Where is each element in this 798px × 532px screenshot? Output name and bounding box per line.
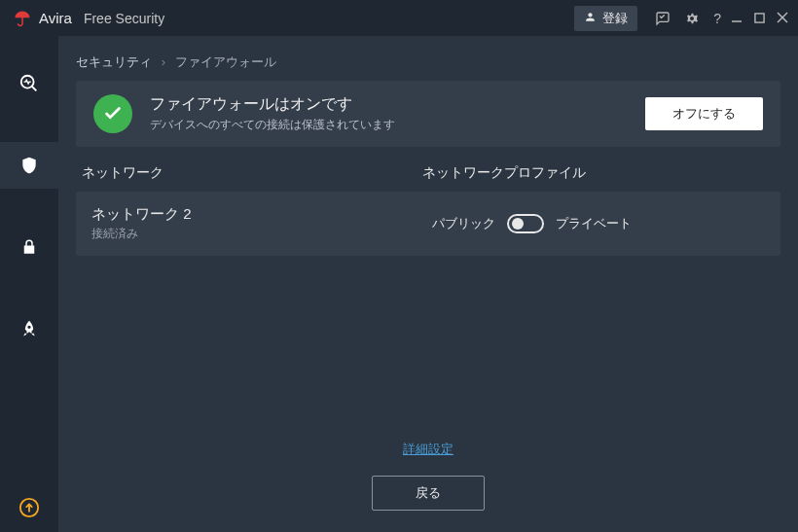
toggle-knob: [512, 218, 524, 230]
status-panel: ファイアウォールはオンです デバイスへのすべての接続は保護されています オフにす…: [76, 81, 780, 147]
titlebar-icons: ?: [655, 11, 721, 26]
svg-line-5: [32, 87, 37, 91]
turn-off-button[interactable]: オフにする: [645, 97, 763, 130]
sidebar-item-status[interactable]: [0, 60, 58, 107]
network-row: ネットワーク 2 接続済み パブリック プライベート: [76, 192, 780, 256]
sidebar-item-privacy[interactable]: [0, 224, 58, 270]
status-ok-icon: [93, 94, 132, 133]
titlebar: Avira Free Security 登録 ?: [0, 0, 798, 36]
feedback-icon[interactable]: [655, 11, 671, 26]
signin-label: 登録: [602, 10, 628, 27]
sidebar-item-upgrade[interactable]: [0, 497, 58, 518]
signin-button[interactable]: 登録: [574, 6, 637, 31]
magnifier-pulse-icon: [18, 73, 40, 94]
network-name: ネットワーク 2: [91, 205, 432, 224]
brand-area: Avira Free Security: [14, 10, 164, 27]
footer: 詳細設定 戻る: [76, 441, 780, 518]
column-network-header: ネットワーク: [82, 164, 422, 182]
window-controls: [731, 11, 788, 26]
upgrade-icon: [18, 497, 40, 518]
chevron-right-icon: ›: [162, 54, 165, 69]
sidebar-item-security[interactable]: [0, 142, 58, 189]
column-profile-header: ネットワークプロファイル: [422, 164, 775, 182]
user-icon: [584, 11, 597, 26]
close-button[interactable]: [777, 11, 788, 26]
gear-icon[interactable]: [684, 11, 700, 26]
brand-name: Avira: [39, 10, 72, 26]
content-area: セキュリティ › ファイアウォール ファイアウォールはオンです デバイスへのすべ…: [58, 36, 798, 532]
help-icon[interactable]: ?: [713, 11, 721, 26]
columns-header: ネットワーク ネットワークプロファイル: [76, 147, 780, 192]
lock-icon: [18, 236, 40, 258]
status-title: ファイアウォールはオンです: [150, 94, 628, 115]
status-subtitle: デバイスへのすべての接続は保護されています: [150, 117, 628, 133]
rocket-icon: [18, 318, 40, 339]
sidebar-item-performance[interactable]: [0, 305, 58, 352]
profile-private-label: プライベート: [556, 215, 632, 232]
network-state: 接続済み: [91, 226, 432, 242]
minimize-button[interactable]: [731, 11, 743, 26]
breadcrumb-root[interactable]: セキュリティ: [76, 54, 152, 69]
avira-logo-icon: [14, 10, 31, 27]
breadcrumb-current: ファイアウォール: [175, 54, 276, 69]
product-name: Free Security: [84, 11, 164, 26]
profile-public-label: パブリック: [432, 215, 495, 232]
maximize-button[interactable]: [754, 11, 765, 26]
back-button[interactable]: 戻る: [372, 476, 485, 511]
svg-rect-1: [755, 13, 764, 21]
breadcrumb: セキュリティ › ファイアウォール: [76, 53, 780, 71]
shield-icon: [18, 155, 40, 176]
sidebar: [0, 36, 58, 532]
advanced-settings-link[interactable]: 詳細設定: [403, 441, 453, 458]
profile-toggle[interactable]: [507, 214, 544, 233]
